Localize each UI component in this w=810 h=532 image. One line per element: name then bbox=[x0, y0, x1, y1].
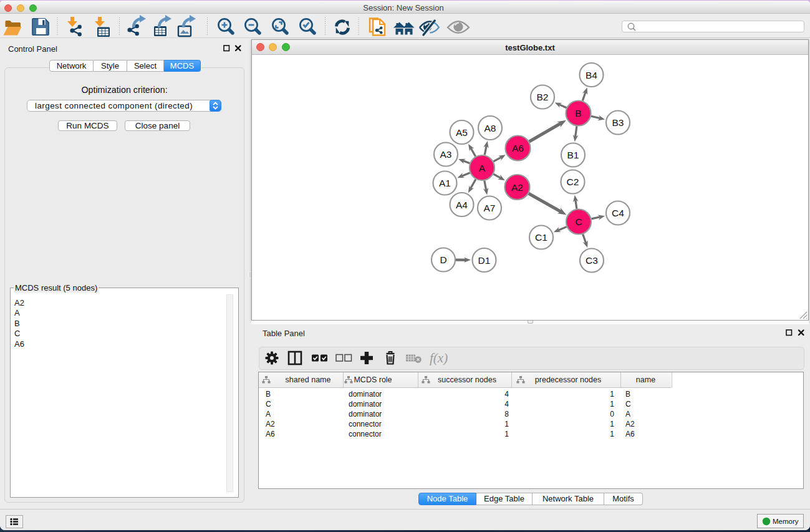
svg-text:B2: B2 bbox=[537, 92, 549, 102]
svg-text:A: A bbox=[479, 163, 486, 173]
svg-text:B1: B1 bbox=[567, 150, 579, 160]
svg-text:A5: A5 bbox=[456, 127, 468, 138]
svg-text:C3: C3 bbox=[586, 255, 598, 266]
svg-text:B: B bbox=[575, 108, 581, 118]
svg-text:A3: A3 bbox=[440, 149, 452, 160]
svg-text:C4: C4 bbox=[612, 208, 624, 218]
svg-text:A2: A2 bbox=[511, 182, 523, 193]
svg-text:B3: B3 bbox=[612, 117, 624, 128]
svg-text:A8: A8 bbox=[485, 123, 496, 133]
svg-text:C1: C1 bbox=[535, 232, 547, 243]
svg-text:B4: B4 bbox=[586, 70, 597, 80]
svg-text:A7: A7 bbox=[484, 203, 496, 213]
svg-text:D1: D1 bbox=[478, 255, 491, 266]
svg-text:C: C bbox=[575, 216, 582, 227]
svg-text:C2: C2 bbox=[567, 177, 579, 187]
svg-text:A4: A4 bbox=[456, 200, 468, 210]
svg-text:D: D bbox=[440, 254, 446, 265]
svg-text:A1: A1 bbox=[439, 178, 451, 188]
svg-text:A6: A6 bbox=[512, 143, 524, 153]
svg-text:f(x): f(x) bbox=[430, 351, 448, 365]
